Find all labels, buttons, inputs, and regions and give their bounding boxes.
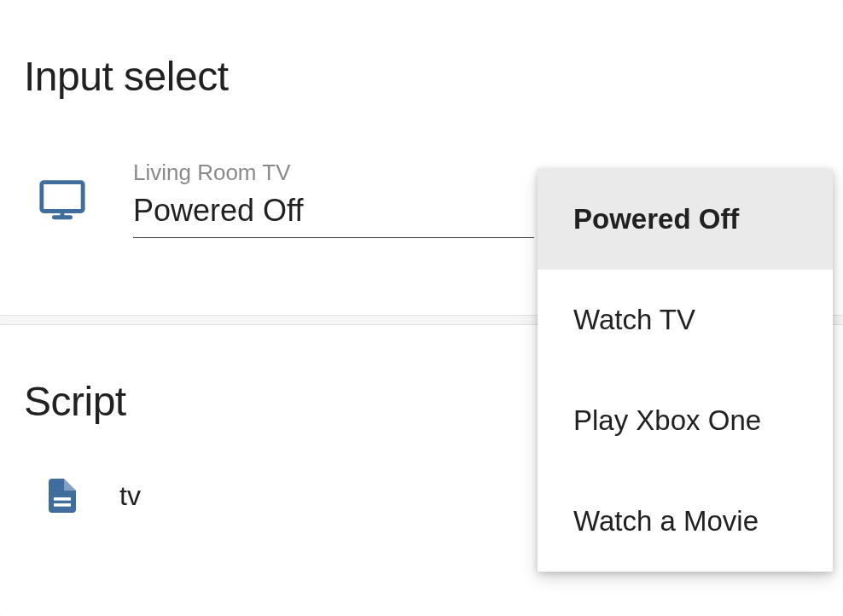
dropdown-option-watch-tv[interactable]: Watch TV xyxy=(538,270,833,370)
input-select-dropdown: Powered Off Watch TV Play Xbox One Watch… xyxy=(538,169,833,572)
television-icon xyxy=(38,174,87,224)
dropdown-option-watch-a-movie[interactable]: Watch a Movie xyxy=(538,471,833,572)
script-item-name: tv xyxy=(119,480,141,512)
svg-rect-4 xyxy=(54,503,71,507)
input-select-field[interactable]: Living Room TV Powered Off xyxy=(133,160,534,238)
svg-rect-3 xyxy=(54,497,71,501)
dropdown-option-play-xbox-one[interactable]: Play Xbox One xyxy=(538,370,833,471)
dropdown-option-powered-off[interactable]: Powered Off xyxy=(538,169,833,270)
file-document-icon xyxy=(41,474,84,517)
input-select-label: Living Room TV xyxy=(133,160,534,186)
input-select-title: Input select xyxy=(0,0,843,100)
input-select-value: Powered Off xyxy=(133,193,534,238)
svg-rect-0 xyxy=(42,183,83,212)
